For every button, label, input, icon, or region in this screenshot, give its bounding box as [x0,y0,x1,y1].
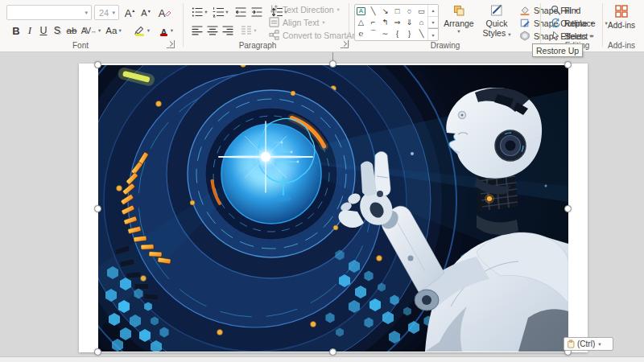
replace-button[interactable]: Replace ▾ [551,17,608,29]
shape-triangle-icon[interactable]: △ [358,19,364,27]
shape-right-arrow-icon[interactable]: ⇒ [394,19,401,27]
increase-indent-icon [251,6,262,18]
shape-arc-icon[interactable]: ⌒ [369,30,378,38]
bullets-button[interactable]: ▾ [190,4,209,20]
decrease-indent-button[interactable] [233,4,248,20]
shrink-font-button[interactable]: A▾ [138,5,153,21]
arrange-label: Arrange [444,19,473,28]
strikethrough-icon: ab [67,26,77,35]
slide[interactable] [79,64,588,352]
columns-button[interactable]: ▾ [238,23,259,39]
slide-workspace[interactable] [0,52,644,356]
drawing-group-label: Drawing [413,41,477,50]
slide-picture[interactable] [98,65,568,352]
shapes-gallery[interactable]: A ╲ ↘ □ ○ ▭ △ ⌐ ↰ ⇒ ⇓ ⌂ ℮ ⌒ ∼ { } [354,4,439,41]
selection-handle-bottom-middle[interactable] [329,348,336,356]
up-caret-icon: ▴ [132,7,134,13]
robot-portal-artwork [98,65,568,352]
chevron-down-icon: ▾ [337,6,340,13]
underline-button[interactable]: U▾ [37,23,50,39]
shape-elbow-arrow-icon[interactable]: ↰ [382,19,389,27]
numbering-button[interactable]: ▾ [211,4,230,20]
shape-elbow-icon[interactable]: ⌐ [371,19,376,27]
align-text-label: Align Text [283,18,319,27]
selection-handle-top-right[interactable] [564,61,572,68]
paste-options-label: (Ctrl) [577,339,595,348]
text-highlight-color-button[interactable]: ▾ [130,23,153,39]
grow-font-button[interactable]: A▴ [122,5,137,21]
chevron-down-icon: ▾ [254,27,256,34]
addins-group-label: Add-ins [593,41,644,50]
addins-button[interactable]: Add-ins [605,4,638,30]
paste-options-button[interactable]: (Ctrl) ▾ [564,337,613,351]
powerpoint-window: ▾ 24 ▾ A▴ A▾ A B I U▾ S ab AV↔▾ Aa▾ [0,0,644,362]
smartart-icon [269,30,279,40]
addins-button-label: Add-ins [608,21,635,30]
chevron-down-icon[interactable]: ▾ [109,10,118,16]
status-bar [0,356,644,362]
shape-flowchart-icon[interactable]: ⌂ [419,19,424,27]
shapes-gallery-scrollbar[interactable]: ▴ ▾ ▾ [427,5,438,40]
gallery-more-button[interactable]: ▾ [428,28,438,40]
bold-button[interactable]: B [10,23,23,39]
chevron-down-icon: ▾ [508,31,510,37]
paragraph-dialog-launcher[interactable] [341,40,349,48]
character-spacing-button[interactable]: AV↔▾ [80,23,101,39]
replace-icon [551,18,561,28]
shape-down-arrow-icon[interactable]: ⇓ [407,19,413,27]
find-label: Find [564,6,580,15]
addins-icon [614,4,629,19]
text-shadow-icon: S [54,25,60,36]
change-case-button[interactable]: Aa▾ [103,23,124,39]
numbering-icon [213,6,224,18]
font-color-icon: A [159,24,169,37]
shape-right-brace-icon[interactable]: } [408,30,411,38]
quick-styles-label-2: Styles ▾ [483,28,511,38]
gallery-scroll-up[interactable]: ▴ [428,5,438,17]
select-button[interactable]: Select ▾ [551,30,593,42]
clear-formatting-button[interactable]: A [158,5,172,21]
font-size-combo[interactable]: 24 ▾ [94,5,119,20]
shape-curve-icon[interactable]: ∼ [382,30,389,38]
chevron-down-icon[interactable]: ▾ [81,10,91,16]
gallery-scroll-down[interactable]: ▾ [428,17,438,29]
find-button[interactable]: Find [551,4,580,16]
shape-left-brace-icon[interactable]: { [396,30,398,38]
columns-icon [241,25,252,36]
italic-button[interactable]: I [24,23,35,39]
align-left-button[interactable] [190,23,204,39]
font-group-label: Font [48,41,113,50]
grow-font-icon: A [125,8,132,19]
font-name-combo[interactable]: ▾ [6,5,92,20]
search-icon [551,5,561,15]
shape-rounded-rectangle-icon[interactable]: ▭ [418,7,425,15]
selection-handle-middle-right[interactable] [564,205,572,212]
quick-styles-button[interactable]: Quick Styles ▾ [478,4,515,38]
align-right-button[interactable] [221,23,235,39]
shape-scribble-icon[interactable]: ℮ [359,30,364,38]
highlighter-icon [134,24,146,37]
selection-handle-top-left[interactable] [94,61,101,68]
increase-indent-button[interactable] [250,4,264,20]
text-shadow-button[interactable]: S [52,23,63,39]
align-text-button[interactable]: Align Text ▾ [269,16,325,28]
arrange-button[interactable]: Arrange ▾ [441,4,477,35]
shape-line-icon[interactable]: ╲ [371,7,376,15]
shape-rectangle-icon[interactable]: □ [395,7,400,15]
selection-handle-bottom-left[interactable] [94,348,101,356]
shape-oval-icon[interactable]: ○ [407,7,412,15]
text-direction-button[interactable]: Text Direction ▾ [269,3,340,15]
quick-styles-icon [490,4,503,17]
font-color-button[interactable]: A ▾ [155,23,177,39]
selection-handle-top-middle[interactable] [329,60,336,68]
shape-textbox-icon[interactable]: A [357,7,365,15]
shape-line-arrow-icon[interactable]: ↘ [382,7,389,15]
align-center-button[interactable] [205,23,220,39]
selection-handle-middle-left[interactable] [94,205,101,212]
chevron-down-icon: ▾ [147,27,150,34]
shape-diagonal-line-icon[interactable]: ╲ [419,30,424,38]
strikethrough-button[interactable]: ab [64,23,79,39]
font-dialog-launcher[interactable] [167,40,175,48]
down-caret-icon: ▾ [148,8,151,14]
shape-effects-icon [519,30,530,42]
